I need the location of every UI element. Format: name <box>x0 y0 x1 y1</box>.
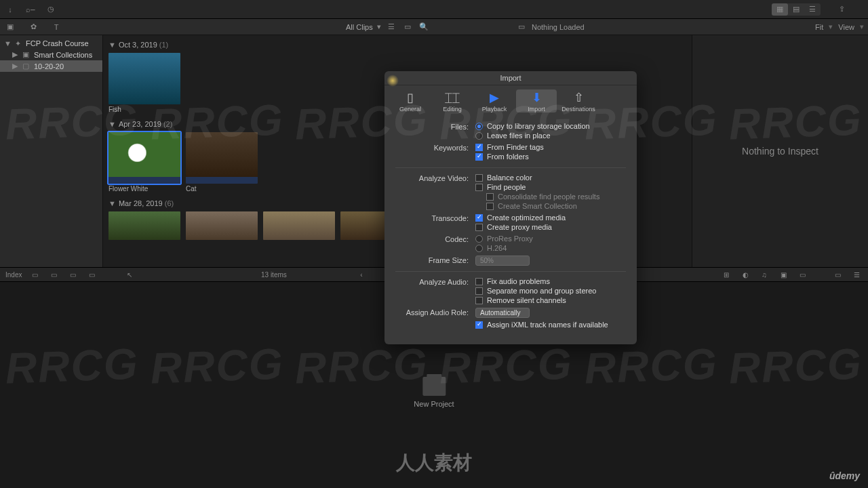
sidebar-label: 10-20-20 <box>34 62 64 70</box>
editing-icon: ⌶⌶ <box>432 89 473 106</box>
tl-opt-icon[interactable]: ▭ <box>831 268 844 281</box>
checkbox-smart-collection <box>486 203 494 210</box>
list-view-icon[interactable]: ☰ <box>385 21 397 33</box>
divider <box>395 271 626 272</box>
clip-thumb[interactable]: Flower White <box>108 132 180 192</box>
transcode-label: Transcode: <box>395 214 475 222</box>
tl-icon[interactable]: ▭ <box>66 268 79 281</box>
import-icon: ⬇ <box>516 89 557 106</box>
tl-opt-icon[interactable]: ▭ <box>796 268 808 281</box>
clip-thumb[interactable] <box>263 211 335 240</box>
radio-copy-to-library[interactable] <box>475 123 483 130</box>
tab-general[interactable]: ▯General <box>390 89 431 113</box>
checkbox-proxy-media[interactable] <box>475 224 483 231</box>
checkbox-from-folders[interactable] <box>475 153 483 161</box>
clips-filter-dropdown[interactable]: All Clips <box>346 23 373 31</box>
divider <box>395 167 626 168</box>
layout-1-icon[interactable]: ▦ <box>772 3 788 16</box>
assign-role-select[interactable]: Automatically <box>475 308 530 318</box>
tl-opt-icon[interactable]: ⊞ <box>720 268 732 281</box>
checkbox-remove-silent[interactable] <box>475 297 483 304</box>
date-text: Oct 3, 2019 <box>119 41 157 49</box>
opt-label: Create optimized media <box>487 214 566 222</box>
tl-opt-icon[interactable]: ▣ <box>777 268 789 281</box>
library-icon[interactable]: ▣ <box>4 21 16 33</box>
disclosure-icon[interactable]: ▶ <box>12 62 18 70</box>
playback-icon: ▶ <box>474 89 515 106</box>
tab-playback[interactable]: ▶Playback <box>474 89 515 113</box>
analyze-audio-label: Analyze Audio: <box>395 277 475 286</box>
date-text: Apr 23, 2019 <box>119 120 161 128</box>
clip-thumb[interactable] <box>108 211 180 240</box>
opt-label: From folders <box>487 152 529 161</box>
view-dropdown[interactable]: View <box>838 23 854 31</box>
titles-icon[interactable]: T <box>50 21 62 33</box>
framesize-select[interactable]: 50% <box>475 256 530 266</box>
layout-3-icon[interactable]: ☰ <box>804 3 821 16</box>
workspace-segmented[interactable]: ▦ ▤ ☰ <box>772 3 821 16</box>
opt-label: Separate mono and group stereo <box>487 287 596 295</box>
history-back-icon[interactable]: ‹ <box>355 268 368 281</box>
sidebar-item-library[interactable]: ▼ ✦ FCP Crash Course <box>0 38 102 49</box>
clip-thumb[interactable]: Fish <box>108 53 180 113</box>
radio-leave-in-place[interactable] <box>475 132 483 140</box>
opt-label: From Finder tags <box>487 143 544 151</box>
tl-opt-icon[interactable]: ☰ <box>850 268 863 281</box>
new-project-button[interactable]: New Project <box>414 377 454 408</box>
event-icon: ▢ <box>22 62 30 70</box>
photos-icon[interactable]: ✿ <box>27 21 39 33</box>
thumb-image <box>108 211 180 240</box>
inspector-panel: Nothing to Inspect <box>692 35 868 267</box>
sidebar-item-smart[interactable]: ▶ ▣ Smart Collections <box>0 49 102 60</box>
fit-dropdown[interactable]: Fit <box>815 23 823 31</box>
assign-role-label: Assign Audio Role: <box>395 308 475 317</box>
keywords-label: Keywords: <box>395 143 475 152</box>
opt-label: Create proxy media <box>487 223 552 231</box>
tl-icon[interactable]: ▭ <box>47 268 60 281</box>
clip-thumb[interactable]: Cat <box>186 132 258 192</box>
tab-label: Playback <box>482 106 507 113</box>
disclosure-icon[interactable]: ▶ <box>12 50 18 59</box>
checkbox-optimized-media[interactable] <box>475 214 483 222</box>
filmstrip-icon[interactable]: ▭ <box>401 21 414 33</box>
checkbox-assign-ixml[interactable] <box>475 321 483 329</box>
opt-label: Assign iXML track names if available <box>487 321 608 329</box>
checkbox-balance-color[interactable] <box>475 174 483 182</box>
search-icon[interactable]: 🔍 <box>418 21 430 33</box>
codec-label: Codec: <box>395 235 475 243</box>
tab-destinations[interactable]: ⇧Destinations <box>558 89 599 113</box>
checkbox-separate-mono[interactable] <box>475 287 483 295</box>
viewer-play-icon[interactable]: ▭ <box>515 21 528 33</box>
tl-icon[interactable]: ▭ <box>85 268 98 281</box>
dialog-title: Import <box>384 71 637 85</box>
select-tool-icon[interactable]: ↖ <box>123 268 136 281</box>
thumb-label: Flower White <box>108 184 180 192</box>
tab-label: Destinations <box>561 106 595 113</box>
clip-thumb[interactable] <box>186 211 258 240</box>
tl-icon[interactable]: ▭ <box>28 268 41 281</box>
checkbox-find-people[interactable] <box>475 184 483 191</box>
opt-label: Fix audio problems <box>487 277 550 285</box>
keyword-icon[interactable]: ⌕━ <box>24 3 37 16</box>
checkbox-finder-tags[interactable] <box>475 144 483 151</box>
disclosure-icon[interactable]: ▼ <box>4 39 9 47</box>
tl-opt-icon[interactable]: ♫ <box>758 268 770 281</box>
tab-editing[interactable]: ⌶⌶Editing <box>432 89 473 113</box>
library-sidebar: ▼ ✦ FCP Crash Course ▶ ▣ Smart Collectio… <box>0 35 103 267</box>
import-media-icon[interactable]: ↓ <box>4 3 16 16</box>
index-button[interactable]: Index <box>5 271 22 279</box>
sidebar-item-event[interactable]: ▶ ▢ 10-20-20 <box>0 60 102 72</box>
layout-2-icon[interactable]: ▤ <box>788 3 804 16</box>
date-header[interactable]: ▼Oct 3, 2019 (1) <box>108 39 686 50</box>
tab-label: General <box>399 106 421 113</box>
inspector-empty-text: Nothing to Inspect <box>742 146 818 157</box>
opt-label: Remove silent channels <box>487 296 566 304</box>
udemy-logo: ûdemy <box>829 470 860 481</box>
share-icon[interactable]: ⇪ <box>835 3 848 16</box>
background-tasks-icon[interactable]: ◷ <box>45 3 57 16</box>
thumb-image <box>186 132 258 184</box>
tl-opt-icon[interactable]: ◐ <box>739 268 751 281</box>
checkbox-fix-audio[interactable] <box>475 278 483 285</box>
tab-label: Import <box>528 106 545 113</box>
tab-import[interactable]: ⬇Import <box>516 89 557 113</box>
